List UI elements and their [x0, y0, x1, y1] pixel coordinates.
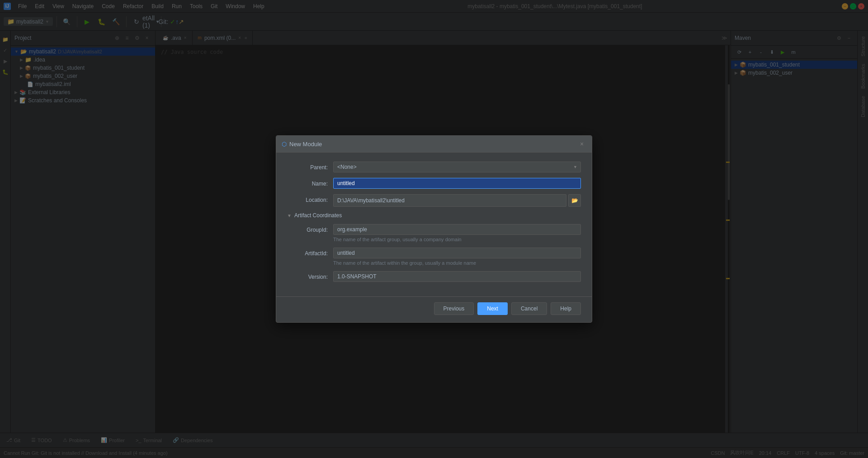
dialog-overlay: ⬡ New Module × Parent: <None> Name:	[0, 0, 868, 458]
next-button[interactable]: Next	[477, 302, 508, 315]
version-input[interactable]	[333, 271, 581, 282]
parent-field: <None>	[333, 162, 581, 172]
parent-select[interactable]: <None>	[333, 162, 581, 172]
artifact-collapse-icon: ▼	[287, 213, 292, 218]
artifactid-hint: The name of the artifact within the grou…	[333, 260, 581, 266]
groupid-hint: The name of the artifact group, usually …	[333, 237, 581, 242]
location-row: Location: 📂	[287, 194, 581, 207]
name-row: Name:	[287, 178, 581, 189]
parent-select-wrapper: <None>	[333, 162, 581, 172]
dialog-title-bar: ⬡ New Module ×	[276, 136, 592, 153]
groupid-row: GroupId: The name of the artifact group,…	[287, 224, 581, 242]
groupid-field: The name of the artifact group, usually …	[333, 224, 581, 242]
new-module-dialog: ⬡ New Module × Parent: <None> Name:	[276, 135, 592, 323]
location-input[interactable]	[333, 194, 566, 207]
name-input[interactable]	[333, 178, 581, 189]
parent-row: Parent: <None>	[287, 162, 581, 172]
dialog-icon: ⬡	[282, 141, 287, 148]
location-browse-btn[interactable]: 📂	[568, 194, 581, 207]
groupid-input[interactable]	[333, 224, 581, 235]
artifact-section-title: Artifact Coordinates	[294, 212, 342, 219]
artifact-section-header[interactable]: ▼ Artifact Coordinates	[287, 212, 581, 219]
version-row: Version:	[287, 271, 581, 282]
previous-button[interactable]: Previous	[434, 302, 474, 315]
dialog-title: New Module	[289, 141, 322, 148]
cancel-button[interactable]: Cancel	[511, 302, 547, 315]
artifactid-field: The name of the artifact within the grou…	[333, 248, 581, 266]
dialog-body: Parent: <None> Name: Location:	[276, 153, 592, 296]
artifactid-label: ArtifactId:	[287, 248, 328, 257]
dialog-buttons: Previous Next Cancel Help	[276, 296, 592, 322]
artifactid-input[interactable]	[333, 248, 581, 258]
dialog-close-btn[interactable]: ×	[577, 139, 586, 148]
location-input-wrapper: 📂	[333, 194, 581, 207]
location-field: 📂	[333, 194, 581, 207]
location-label: Location:	[287, 194, 328, 203]
parent-label: Parent:	[287, 162, 328, 171]
groupid-label: GroupId:	[287, 224, 328, 233]
name-field	[333, 178, 581, 189]
name-label: Name:	[287, 178, 328, 187]
version-label: Version:	[287, 271, 328, 280]
help-button[interactable]: Help	[551, 302, 581, 315]
version-field	[333, 271, 581, 282]
artifactid-row: ArtifactId: The name of the artifact wit…	[287, 248, 581, 266]
